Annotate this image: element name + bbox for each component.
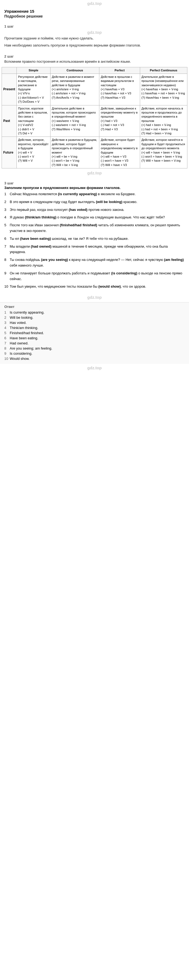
step2-label: 2 шаг — [4, 54, 185, 58]
answer-item-6: 6Have been eating. — [4, 336, 185, 340]
sentence-answer-2: (will be looking) — [96, 200, 122, 204]
answer-text-10: Would show. — [10, 356, 29, 361]
watermark-footer: gdz.top — [0, 364, 189, 372]
cell-past-perfect_continuous: Действие, которое началось в прошлом и п… — [140, 105, 187, 137]
sentence-item-7: 7Мы владели (had owned) машиной в течени… — [4, 244, 185, 255]
answer-item-5: 5Finished/had finished. — [4, 331, 185, 335]
sentence-item-9: 9Он не планирует больше продолжать работ… — [4, 270, 185, 282]
cell-future-perfect_continuous: Действие, которое начнётся в будущем и б… — [140, 137, 187, 169]
answer-num-8: 8 — [4, 346, 6, 350]
step1-task: Нам необходимо заполнить пропуски в пред… — [4, 43, 185, 48]
sentence-num-3: 3 — [4, 207, 6, 213]
sentence-text-7: Мы владели — [10, 244, 31, 248]
exercise-title: Упражнение 15 — [4, 9, 185, 14]
watermark-top: gdz.top — [0, 0, 189, 7]
cell-present-continuous: Действие в развитии в момент речи, запла… — [50, 73, 99, 105]
sentence-text-6: Ты ел — [10, 237, 20, 240]
tense-table-container: Simple Continuous Perfect Perfect Contin… — [0, 67, 189, 169]
sentence-num-2: 2 — [4, 199, 6, 205]
cell-present-simple: Регулярное действие в настоящем, расписа… — [17, 73, 51, 105]
answer-item-9: 9Is considering. — [4, 352, 185, 355]
answer-text-6: Have been eating. — [10, 336, 38, 340]
answer-num-5: 5 — [4, 331, 6, 335]
step3-section: 3 шаг Заполним пропуски в предложениях в… — [0, 177, 189, 294]
sentence-text-4: Я думаю — [10, 215, 25, 219]
col-header-perfect-continuous: Perfect Continuous — [140, 67, 187, 73]
sentence-answer-3: (has voted) — [69, 208, 87, 212]
answer-item-3: 3Has voted. — [4, 321, 185, 325]
answer-text-2: Will be looking. — [10, 315, 33, 320]
answer-num-6: 6 — [4, 336, 6, 340]
answer-item-2: 2Will be looking. — [4, 315, 185, 320]
sentence-item-8: 8Ты снова пойдёшь (are you seeing) к вра… — [4, 257, 185, 269]
answer-item-7: 7Had owned. — [4, 341, 185, 345]
step2-description: Вспомним правило построения и использова… — [4, 59, 185, 64]
sentence-rest-1: в мюзикле на Бродвее. — [97, 192, 135, 196]
sentence-text-9: Он не планирует больше продолжать работа… — [10, 271, 111, 275]
step2-section: 2 шаг Вспомним правило построения и испо… — [0, 51, 189, 67]
answer-text-1: Is currently appearing. — [10, 310, 44, 314]
answer-num-3: 3 — [4, 321, 6, 325]
sentence-answer-10: (would show) — [98, 285, 121, 288]
sentence-text-10: Том был уверен, что медицинские тесты по… — [10, 285, 98, 288]
sentence-num-4: 4 — [4, 215, 6, 220]
header-section: Упражнение 15 Подробное решение — [0, 7, 189, 21]
answer-num-1: 1 — [4, 310, 6, 314]
answer-text-8: Are you seeing; am feeling. — [10, 346, 52, 350]
answer-text-4: Think/am thinking. — [10, 326, 38, 330]
answer-text-5: Finished/had finished. — [10, 331, 44, 335]
col-header-tense — [2, 67, 17, 73]
sentence-item-10: 10Том был уверен, что медицинские тесты … — [4, 284, 185, 290]
sentence-text-2: В это время в следующем году сад будет в… — [10, 200, 96, 204]
sentence-item-5: 5После того как Иван закончил (finished/… — [4, 223, 185, 234]
sentence-rest-2: красиво. — [122, 200, 137, 204]
answer-num-2: 2 — [4, 315, 6, 320]
sentence-text-8: Ты снова пойдёшь — [10, 258, 41, 262]
subtitle: Подробное решение — [4, 14, 185, 18]
answer-num-7: 7 — [4, 341, 6, 345]
sentence-answer-7: (had owned) — [31, 244, 52, 248]
tense-cell-past: Past — [2, 105, 17, 137]
col-header-continuous: Continuous — [50, 67, 99, 73]
step1-section: 1 шаг gdz.top Прочитаем задание и поймём… — [0, 21, 189, 51]
tense-cell-present: Present — [2, 73, 17, 105]
sentence-rest-10: , что он здоров. — [121, 285, 146, 288]
cell-past-simple: Простое, короткое действие в прошлом, бе… — [17, 105, 51, 137]
sentence-answer2-8: (am feeling) — [164, 258, 184, 262]
sentence-text-3: Это первый раз, когда она голосует — [10, 208, 69, 212]
sentence-answer-9: (is considering) — [111, 271, 137, 275]
sentences-list: 1Сейчас Мадонна появляется (is currently… — [4, 191, 185, 290]
watermark-mid: gdz.top — [0, 170, 189, 176]
sentence-answer-8: (are you seeing) — [41, 258, 68, 262]
answer-item-8: 8Are you seeing; am feeling. — [4, 346, 185, 350]
tense-table: Simple Continuous Perfect Perfect Contin… — [2, 67, 187, 169]
sentence-rest-6: шоколад, не так ли? Я тебе что-то на руб… — [51, 237, 129, 240]
answer-item-4: 4Think/am thinking. — [4, 326, 185, 330]
sentence-num-5: 5 — [4, 223, 6, 228]
answer-num-4: 4 — [4, 326, 6, 330]
watermark-bottom: gdz.top — [0, 294, 189, 301]
answer-item-10: 10Would show. — [4, 356, 185, 361]
answer-num-10: 10 — [4, 356, 8, 361]
answer-text-9: Is considering. — [10, 352, 32, 355]
answers-list: 1Is currently appearing.2Will be looking… — [4, 310, 185, 361]
tense-cell-future: Future — [2, 137, 17, 169]
cell-future-simple: Действие, которое, вероятно, произойдёт … — [17, 137, 51, 169]
sentence-num-10: 10 — [4, 284, 8, 290]
cell-future-continuous: Действие в развитии в будущем, действие,… — [50, 137, 99, 169]
watermark-step1: gdz.top — [4, 29, 185, 36]
sentence-text-1: Сейчас Мадонна появляется — [10, 192, 58, 196]
sentence-num-6: 6 — [4, 236, 6, 242]
sentence-item-3: 3Это первый раз, когда она голосует (has… — [4, 207, 185, 213]
sentence-num-7: 7 — [4, 244, 6, 250]
answer-text-3: Has voted. — [10, 321, 27, 325]
sentence-answer-5: (finished/had finished) — [60, 223, 97, 227]
answer-text-7: Had owned. — [10, 341, 29, 345]
cell-past-perfect: Действие, завершённое к определённому мо… — [99, 105, 140, 137]
sentence-rest-4: о поездке в Лондон на следующие выходные… — [56, 215, 165, 219]
sentence-rest-3: против нового закона. — [87, 208, 124, 212]
col-header-perfect: Perfect — [99, 67, 140, 73]
step3-description: Заполним пропуски в предложениях верными… — [4, 186, 185, 190]
sentence-item-1: 1Сейчас Мадонна появляется (is currently… — [4, 191, 185, 197]
sentence-rest-8: к врачу на следующей неделе? — Нет, сейч… — [68, 258, 164, 262]
